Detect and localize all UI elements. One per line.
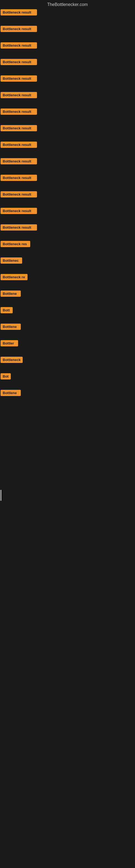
bottleneck-badge[interactable]: Bott <box>1 307 13 313</box>
bottleneck-badge[interactable]: Bottleneck result <box>1 224 37 230</box>
bottleneck-badge[interactable]: Bottlene <box>1 290 21 297</box>
list-item: Bottleneck re <box>0 273 135 282</box>
list-item: Bottlene <box>0 289 135 299</box>
page-container: TheBottlenecker.com Bottleneck result Bo… <box>0 0 135 666</box>
list-item: Bottler <box>0 339 135 348</box>
site-title: TheBottlenecker.com <box>0 0 135 8</box>
bottleneck-badge[interactable]: Bottleneck result <box>1 26 37 32</box>
bottleneck-badge[interactable]: Bottleneck result <box>1 175 37 181</box>
list-item: Bottleneck res <box>0 240 135 249</box>
list-item: Bottleneck result <box>0 58 135 67</box>
bottleneck-badge[interactable]: Bottleneck result <box>1 42 37 49</box>
bottleneck-badge[interactable]: Bottleneck result <box>1 125 37 131</box>
empty-space <box>0 400 135 482</box>
list-item: Bottleneck result <box>0 41 135 51</box>
list-item: Bottleneck result <box>0 157 135 166</box>
list-item: Bottleneck result <box>0 124 135 133</box>
bottleneck-badge[interactable]: Bottleneck result <box>1 158 37 164</box>
bottleneck-badge[interactable]: Bottleneck result <box>1 75 37 82</box>
list-item: Bot <box>0 372 135 382</box>
list-item: Bottleneck result <box>0 223 135 233</box>
list-item: Bottleneck result <box>0 174 135 183</box>
list-item: Bottlenec <box>0 256 135 266</box>
list-item: Bottleneck result <box>0 74 135 84</box>
list-item: Bottleneck <box>0 355 135 365</box>
bottleneck-badge[interactable]: Bottleneck res <box>1 241 30 247</box>
list-item: Bottlene <box>0 322 135 332</box>
list-item: Bottleneck result <box>0 91 135 100</box>
bottleneck-badge[interactable]: Bottleneck result <box>1 9 37 16</box>
bottleneck-badge[interactable]: Bottler <box>1 340 18 346</box>
list-item: Bottlene <box>0 389 135 398</box>
list-item: Bott <box>0 306 135 315</box>
cursor-area <box>0 482 135 503</box>
list-item: Bottleneck result <box>0 190 135 199</box>
bottleneck-badge[interactable]: Bottlenec <box>1 257 22 264</box>
list-item: Bottleneck result <box>0 207 135 216</box>
bottleneck-badge[interactable]: Bottleneck re <box>1 274 28 280</box>
bottleneck-badge[interactable]: Bot <box>1 373 11 379</box>
cursor-indicator <box>1 490 1 501</box>
bottleneck-badge[interactable]: Bottleneck result <box>1 92 37 98</box>
bottleneck-badge[interactable]: Bottlene <box>1 390 21 396</box>
bottleneck-badge[interactable]: Bottleneck <box>1 357 23 363</box>
list-item: Bottleneck result <box>0 25 135 34</box>
bottleneck-badge[interactable]: Bottleneck result <box>1 142 37 148</box>
empty-space-3 <box>0 585 135 666</box>
list-item: Bottleneck result <box>0 8 135 18</box>
bottleneck-badge[interactable]: Bottlene <box>1 323 21 330</box>
bottleneck-badge[interactable]: Bottleneck result <box>1 108 37 115</box>
list-item: Bottleneck result <box>0 141 135 150</box>
bottleneck-list: Bottleneck result Bottleneck result Bott… <box>0 8 135 398</box>
bottleneck-badge[interactable]: Bottleneck result <box>1 59 37 65</box>
empty-space-2 <box>0 503 135 585</box>
list-item: Bottleneck result <box>0 107 135 117</box>
bottleneck-badge[interactable]: Bottleneck result <box>1 191 37 197</box>
bottleneck-badge[interactable]: Bottleneck result <box>1 208 37 214</box>
